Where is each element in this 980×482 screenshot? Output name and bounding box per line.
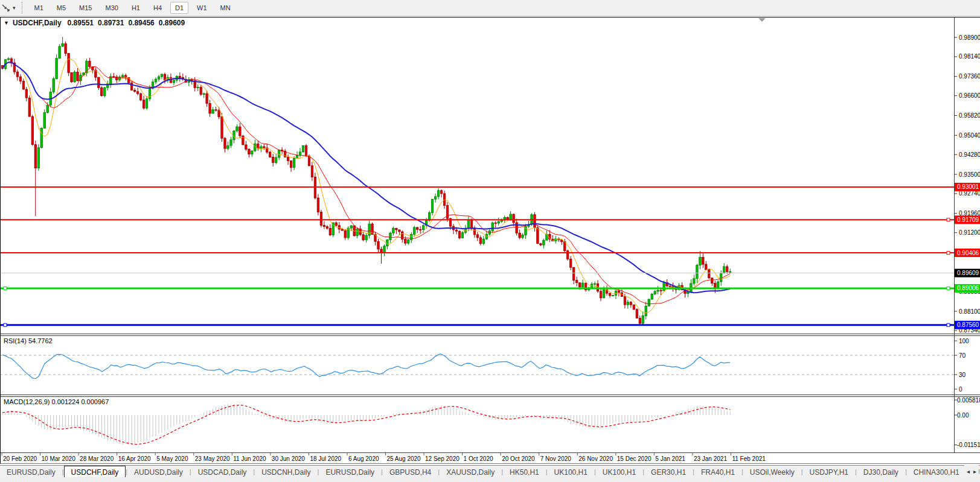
svg-text:0.91709: 0.91709	[957, 217, 979, 223]
collapse-triangle-icon[interactable]: ▼	[4, 20, 9, 26]
svg-text:30 Jun 2020: 30 Jun 2020	[272, 455, 305, 462]
timeframe-button-M1[interactable]: M1	[30, 2, 48, 14]
svg-text:10 Mar 2020: 10 Mar 2020	[42, 455, 76, 462]
line-handle[interactable]	[947, 252, 950, 255]
svg-text:11 Feb 2021: 11 Feb 2021	[732, 455, 766, 462]
chart-tab-fra40-h1[interactable]: FRA40,H1	[694, 466, 741, 477]
ohlc-high: 0.89731	[98, 19, 124, 27]
svg-text:0.92740: 0.92740	[959, 190, 980, 197]
chart-tab-usdcnh-daily[interactable]: USDCNH,Daily	[255, 466, 317, 477]
chart-tab-usdjpy-h1[interactable]: USDJPY,H1	[803, 466, 855, 477]
chart-tab-usdcad-daily[interactable]: USDCAD,Daily	[191, 466, 254, 477]
svg-text:6 Aug 2020: 6 Aug 2020	[348, 455, 379, 462]
svg-text:5 May 2020: 5 May 2020	[156, 455, 188, 462]
timeframe-button-M5[interactable]: M5	[52, 2, 71, 14]
tabs-scroll-right-icon[interactable]: ▸	[973, 468, 976, 475]
svg-text:20 Feb 2020: 20 Feb 2020	[3, 455, 37, 462]
line-handle[interactable]	[947, 287, 950, 290]
svg-text:0.95820: 0.95820	[959, 112, 980, 119]
svg-text:5 Jan 2021: 5 Jan 2021	[655, 455, 685, 462]
svg-text:12 Sep 2020: 12 Sep 2020	[425, 455, 460, 462]
chart-header: ▼ USDCHF,Daily 0.89551 0.89731 0.89456 0…	[4, 19, 189, 27]
svg-text:25 Aug 2020: 25 Aug 2020	[387, 455, 421, 462]
chart-shift-marker-icon[interactable]	[758, 18, 766, 22]
chart-tab-eurusd-daily[interactable]: EURUSD,Daily	[319, 466, 381, 477]
timeframe-button-H4[interactable]: H4	[149, 2, 167, 14]
timeframe-button-W1[interactable]: W1	[192, 2, 212, 14]
macd-signal-line	[2, 405, 730, 445]
svg-text:28 Mar 2020: 28 Mar 2020	[80, 455, 114, 462]
timeframe-button-D1[interactable]: D1	[170, 2, 188, 14]
mt4-window: ▾ M1M5M15M30H1H4D1W1MN 0.989000.981400.9…	[0, 0, 980, 482]
chart-tab-uk100-h1[interactable]: UK100,H1	[596, 466, 642, 477]
svg-text:0.94280: 0.94280	[959, 151, 980, 158]
chart-tab-ger30-h1[interactable]: GER30,H1	[644, 466, 693, 477]
ohlc-close: 0.89609	[159, 19, 185, 27]
cursor-tool-button[interactable]: ▾	[0, 3, 16, 13]
svg-text:16 Apr 2020: 16 Apr 2020	[118, 455, 151, 462]
date-axis[interactable]: 20 Feb 202010 Mar 202028 Mar 202016 Apr …	[2, 453, 766, 462]
chevron-down-icon[interactable]: ▾	[13, 5, 16, 11]
svg-text:0.87560: 0.87560	[957, 322, 979, 328]
chart-symbol-label: USDCHF,Daily	[13, 19, 62, 27]
svg-text:26 Nov 2020: 26 Nov 2020	[578, 455, 613, 462]
chart-tab-dj30-daily[interactable]: DJ30,Daily	[857, 466, 905, 477]
svg-text:1 Oct 2020: 1 Oct 2020	[464, 455, 493, 462]
timeframe-button-MN[interactable]: MN	[216, 2, 235, 14]
chart-tab-usdchf-daily[interactable]: USDCHF,Daily	[64, 466, 126, 477]
timeframe-button-H1[interactable]: H1	[127, 2, 145, 14]
price-chart-canvas[interactable]: 0.989000.981400.973600.966000.958200.950…	[0, 0, 980, 465]
svg-text:0: 0	[959, 386, 962, 393]
svg-text:30: 30	[959, 372, 966, 378]
price-badge-0.89609: 0.89609	[955, 269, 980, 277]
svg-text:7 Nov 2020: 7 Nov 2020	[540, 455, 572, 462]
chart-tab-usoil-weekly[interactable]: USOil,Weekly	[743, 466, 801, 477]
ma-mid-line	[2, 62, 730, 304]
svg-text:0.90406: 0.90406	[957, 250, 979, 256]
svg-text:0.98140: 0.98140	[959, 53, 980, 60]
tabs-scroll-left-icon[interactable]: ◂	[967, 468, 970, 475]
toolbar-separator	[22, 2, 22, 14]
price-badge-0.90406: 0.90406	[955, 249, 980, 257]
timeframe-button-M15[interactable]: M15	[74, 2, 97, 14]
chart-tab-audusd-daily[interactable]: AUDUSD,Daily	[127, 466, 190, 477]
svg-text:0.98900: 0.98900	[959, 34, 980, 41]
rsi-indicator-label: RSI(14) 54.7762	[4, 337, 53, 344]
timeframe-button-M30[interactable]: M30	[101, 2, 123, 14]
price-axis[interactable]: 0.989000.981400.973600.966000.958200.950…	[954, 34, 980, 448]
line-handle[interactable]	[947, 323, 950, 326]
svg-text:0.93500: 0.93500	[959, 171, 980, 178]
svg-text:0.95040: 0.95040	[959, 132, 980, 139]
svg-text:0.89609: 0.89609	[957, 270, 979, 276]
line-handle[interactable]	[4, 323, 7, 326]
cursor-tool-icon	[1, 3, 11, 13]
svg-text:0.88100: 0.88100	[959, 308, 980, 315]
chart-tab-gbpusd-h4[interactable]: GBPUSD,H4	[383, 466, 438, 477]
chart-tab-china300-h1[interactable]: CHINA300,H1	[907, 466, 966, 477]
chart-tab-eurusd-daily[interactable]: EURUSD,Daily	[0, 466, 62, 477]
svg-text:0.91200: 0.91200	[959, 229, 980, 236]
price-badge-0.91709: 0.91709	[955, 215, 980, 224]
svg-text:18 Jul 2020: 18 Jul 2020	[310, 455, 341, 462]
ma-slow-line	[2, 62, 730, 293]
svg-text:23 May 2020: 23 May 2020	[195, 455, 230, 462]
line-handle[interactable]	[947, 218, 950, 221]
svg-text:100: 100	[959, 338, 969, 344]
svg-text:0.97360: 0.97360	[959, 73, 980, 80]
price-badge-0.87560: 0.87560	[955, 321, 980, 329]
line-handle[interactable]	[4, 287, 7, 290]
chart-tab-hk50-h1[interactable]: HK50,H1	[503, 466, 546, 477]
svg-text:70: 70	[959, 352, 966, 359]
svg-text:20 Oct 2020: 20 Oct 2020	[502, 455, 535, 462]
macd-histogram	[2, 404, 730, 445]
svg-text:-0.011514: -0.011514	[957, 442, 980, 448]
candle-wicks-up	[5, 37, 730, 325]
svg-text:0.005818: 0.005818	[957, 397, 980, 404]
candle-bodies-up	[4, 43, 731, 323]
status-strip	[0, 477, 980, 482]
ohlc-open: 0.89551	[68, 19, 94, 27]
macd-indicator-label: MACD(12,26,9) 0.001224 0.000967	[4, 398, 109, 405]
price-badge-0.93001: 0.93001	[955, 183, 980, 191]
chart-tab-uk100-h1[interactable]: UK100,H1	[548, 466, 594, 477]
chart-tab-xauusd-daily[interactable]: XAUUSD,Daily	[440, 466, 501, 477]
